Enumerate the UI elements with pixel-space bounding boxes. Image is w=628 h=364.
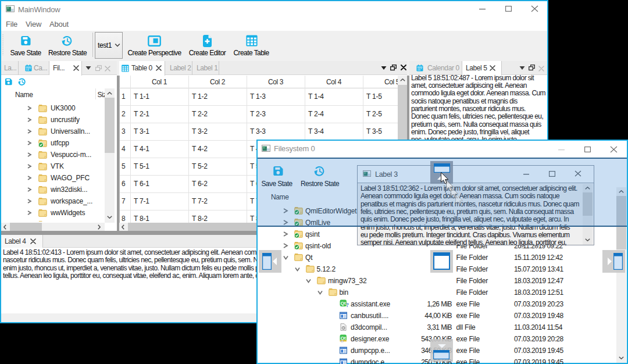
- svg-text:?: ?: [346, 302, 349, 308]
- svg-text:Qt: Qt: [341, 301, 346, 306]
